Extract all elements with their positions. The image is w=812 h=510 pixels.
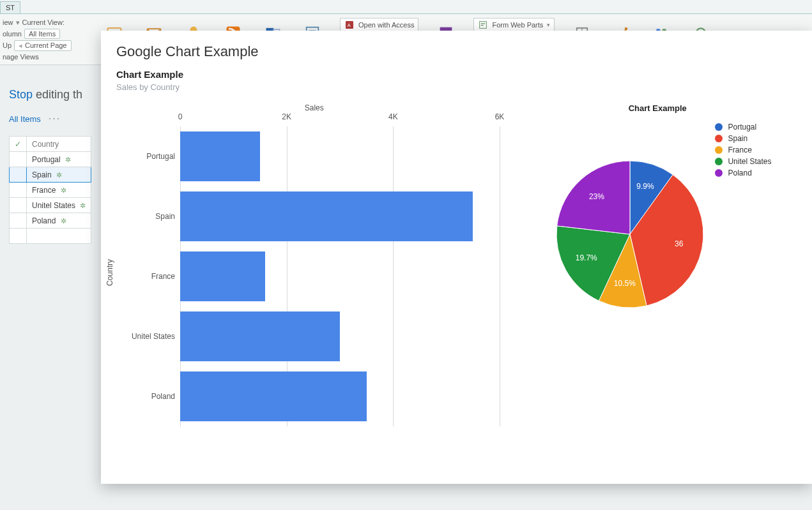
pie-legend: PortugalSpainFranceUnitel StatesPoland [715, 123, 771, 180]
left-panel: Stop editing th All Items ··· ✓ Country … [0, 65, 102, 249]
row-check[interactable] [10, 183, 27, 198]
legend-swatch [715, 123, 723, 131]
chevron-down-icon[interactable]: ▾ [16, 19, 20, 27]
ribbon-current-page[interactable]: ◂Current Page [14, 40, 71, 51]
pie-chart: Chart Example 9.9%3610.5%19.7%23% Portug… [518, 103, 797, 442]
bar-tick: 6K [495, 112, 505, 121]
chevron-down-icon: ▾ [547, 22, 550, 28]
ribbon-column-label: olumn [3, 30, 22, 38]
ribbon-tab-strip: ST [0, 0, 812, 14]
legend-label: Spain [728, 134, 747, 143]
table-row[interactable]: France ✲ [10, 183, 91, 198]
svg-point-21 [625, 27, 628, 31]
form-icon [478, 20, 488, 30]
legend-label: France [728, 146, 751, 154]
legend-item[interactable]: France [715, 146, 771, 154]
chart-subtitle: Sales by Country [116, 82, 797, 92]
table-row[interactable]: Spain ✲ [10, 167, 91, 183]
bar-row: Spain [180, 186, 500, 246]
open-with-access-button[interactable]: A Open with Access [340, 18, 418, 32]
row-country[interactable]: Portugal ✲ [27, 152, 91, 167]
row-country[interactable]: Unitel States ✲ [27, 198, 91, 213]
legend-item[interactable]: Spain [715, 134, 771, 143]
row-country[interactable]: Spain ✲ [27, 167, 91, 183]
bar-row: France [180, 246, 500, 306]
bar [180, 371, 367, 421]
ribbon-up-label: Up [3, 41, 11, 49]
legend-swatch [715, 135, 723, 142]
chart-title: Chart Example [116, 69, 797, 80]
row-check[interactable] [10, 167, 27, 183]
table-row[interactable]: Poland ✲ [10, 213, 91, 229]
bar-row: Unitel States [180, 306, 500, 366]
ribbon-tab-st[interactable]: ST [0, 1, 20, 13]
chart-panel: Google Chart Example Chart Example Sales… [101, 31, 812, 484]
new-item-cell[interactable] [27, 229, 91, 244]
pie-slice-label: 10.5% [614, 279, 636, 288]
bar-tick: 0 [178, 112, 183, 121]
bar-category-label: Portugal [146, 152, 175, 161]
ribbon-view-label: iew [3, 19, 13, 26]
column-header-country[interactable]: Country [27, 137, 91, 152]
legend-label: Portugal [728, 123, 756, 131]
ribbon-current-view-label: Current View: [22, 19, 65, 26]
new-item-cell[interactable] [10, 229, 27, 244]
access-icon: A [344, 20, 355, 30]
bar-tick: 4K [388, 112, 398, 121]
bar-category-label: Poland [151, 392, 175, 401]
bar [180, 311, 340, 361]
bar-category-label: France [151, 272, 175, 281]
legend-swatch [715, 169, 723, 177]
bar [180, 131, 260, 181]
bar-ylabel: Country [105, 259, 114, 286]
svg-rect-16 [481, 23, 486, 24]
pie-slice-label: 9.9% [637, 182, 655, 191]
stop-editing-label[interactable]: Stop editing th [9, 88, 96, 101]
bar [180, 191, 473, 241]
legend-item[interactable]: Poland [715, 169, 771, 177]
select-all-check[interactable]: ✓ [10, 137, 27, 152]
ribbon-view-selector[interactable]: All Items [24, 29, 60, 39]
row-check[interactable] [10, 198, 27, 213]
bar-category-label: Unitel States [132, 332, 175, 341]
table-row[interactable]: Unitel States ✲ [10, 198, 91, 213]
svg-text:A: A [348, 22, 351, 28]
table-row[interactable]: Portugal ✲ [10, 152, 91, 167]
bar-xlabel: Sales [305, 103, 324, 112]
pie-slice-label: 23% [589, 192, 604, 201]
row-country[interactable]: France ✲ [27, 183, 91, 198]
bar-row: Portugal [180, 126, 500, 186]
bar-category-label: Spain [155, 212, 175, 221]
bar-row: Poland [180, 366, 500, 426]
row-check[interactable] [10, 152, 27, 167]
bar-chart: Sales Country 02K4K6KPortugalSpainFrance… [116, 103, 512, 442]
pie-slice-label: 36 [675, 239, 684, 248]
legend-label: Unitel States [728, 157, 771, 166]
row-country[interactable]: Poland ✲ [27, 213, 91, 229]
view-all-items[interactable]: All Items [9, 114, 41, 124]
bar [180, 251, 265, 301]
legend-label: Poland [728, 169, 751, 177]
form-web-parts-button[interactable]: Form Web Parts ▾ [473, 18, 555, 32]
ribbon-manage-views: nage Views [3, 53, 39, 61]
legend-swatch [715, 146, 723, 154]
legend-item[interactable]: Unitel States [715, 157, 771, 166]
row-check[interactable] [10, 213, 27, 229]
bar-tick: 2K [282, 112, 291, 121]
legend-item[interactable]: Portugal [715, 123, 771, 131]
panel-title: Google Chart Example [116, 43, 797, 60]
pie-svg: 9.9%3610.5%19.7%23% [556, 161, 703, 308]
pie-slice-label: 19.7% [576, 253, 597, 262]
legend-swatch [715, 158, 723, 165]
country-table: ✓ Country Portugal ✲ Spain ✲ France ✲ Un… [9, 136, 91, 244]
svg-rect-17 [481, 25, 484, 26]
pie-title: Chart Example [629, 103, 687, 113]
more-views-button[interactable]: ··· [49, 113, 61, 124]
